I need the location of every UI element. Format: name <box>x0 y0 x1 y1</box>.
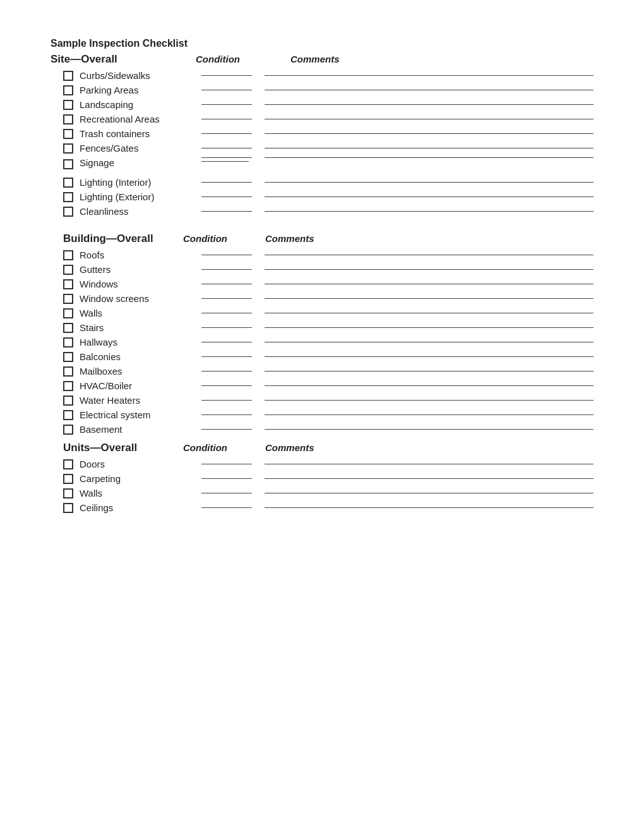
checkbox-electrical[interactable] <box>63 410 73 420</box>
spacer <box>51 224 593 233</box>
building-section-header: Building—Overall Condition Comments <box>51 233 593 245</box>
comments-line <box>265 429 593 430</box>
condition-line <box>201 196 252 197</box>
checkbox-window-screens[interactable] <box>63 294 73 304</box>
list-item: Doors <box>51 457 593 471</box>
checkbox-landscaping[interactable] <box>63 100 73 110</box>
condition-line <box>201 327 252 328</box>
condition-line <box>201 385 252 386</box>
item-label-lighting-interior: Lighting (Interior) <box>80 177 196 188</box>
condition-line <box>201 182 252 183</box>
checkbox-mailboxes[interactable] <box>63 366 73 377</box>
item-label-cleanliness: Cleanliness <box>80 206 196 217</box>
checkbox-lighting-exterior[interactable] <box>63 192 73 202</box>
item-label-landscaping: Landscaping <box>80 99 196 110</box>
units-section-title: Units—Overall <box>51 442 177 454</box>
checkbox-cleanliness[interactable] <box>63 207 73 217</box>
checkbox-ceilings[interactable] <box>63 503 73 513</box>
checkbox-lighting-interior[interactable] <box>63 178 73 188</box>
comments-line <box>265 385 593 386</box>
list-item: Mailboxes <box>51 364 593 378</box>
comments-line <box>265 298 593 299</box>
item-label-electrical: Electrical system <box>80 409 196 420</box>
condition-line <box>201 104 252 105</box>
comments-line <box>265 75 593 76</box>
comments-line <box>265 90 593 90</box>
checkbox-recreational[interactable] <box>63 114 73 124</box>
condition-line <box>201 478 252 479</box>
checkbox-water-heaters[interactable] <box>63 396 73 406</box>
condition-line <box>201 133 252 134</box>
condition-line <box>201 269 252 270</box>
item-label-roofs: Roofs <box>80 250 196 260</box>
comments-line <box>265 104 593 105</box>
checkbox-balconies[interactable] <box>63 352 73 362</box>
comments-line <box>265 284 593 284</box>
checkbox-roofs[interactable] <box>63 250 73 260</box>
site-condition-header: Condition <box>189 54 290 64</box>
list-item: Landscaping <box>51 97 593 112</box>
item-label-signage: Signage <box>80 157 196 168</box>
list-item: Curbs/Sidewalks <box>51 68 593 83</box>
list-item: Basement <box>51 422 593 437</box>
comments-line <box>265 313 593 313</box>
checkbox-hvac[interactable] <box>63 381 73 391</box>
checkbox-parking[interactable] <box>63 85 73 95</box>
condition-line <box>201 371 252 372</box>
item-label-walls-building: Walls <box>80 308 196 318</box>
condition-line <box>201 356 252 357</box>
units-comments-header: Comments <box>265 442 314 453</box>
comments-line <box>265 269 593 270</box>
condition-line <box>201 157 252 158</box>
item-label-curbs: Curbs/Sidewalks <box>80 70 196 81</box>
checkbox-trash[interactable] <box>63 129 73 139</box>
comments-line <box>265 182 593 183</box>
checkbox-fences[interactable] <box>63 143 73 154</box>
checkbox-signage[interactable] <box>63 159 73 169</box>
item-label-doors: Doors <box>80 459 196 469</box>
comments-line <box>265 464 593 464</box>
checkbox-hallways[interactable] <box>63 337 73 348</box>
site-comments-header: Comments <box>290 54 340 64</box>
list-item: Parking Areas <box>51 83 593 97</box>
section-units: Units—Overall Condition Comments Doors C… <box>51 442 593 515</box>
checkbox-doors[interactable] <box>63 459 73 469</box>
item-label-balconies: Balconies <box>80 351 196 362</box>
building-section-title: Building—Overall <box>51 233 177 245</box>
list-item: Fences/Gates <box>51 141 593 155</box>
condition-line <box>201 493 252 493</box>
checkbox-walls-building[interactable] <box>63 308 73 318</box>
list-item: Windows <box>51 277 593 291</box>
condition-line <box>201 414 252 415</box>
comments-line <box>265 400 593 401</box>
list-item: Walls <box>51 486 593 500</box>
condition-line <box>201 342 252 342</box>
item-label-lighting-exterior: Lighting (Exterior) <box>80 191 196 202</box>
site-section-header: Site—Overall Condition Comments <box>51 53 593 66</box>
checkbox-walls-units[interactable] <box>63 488 73 499</box>
condition-line <box>201 429 252 430</box>
list-item: Trash containers <box>51 126 593 141</box>
comments-line <box>265 255 593 255</box>
list-item: Hallways <box>51 335 593 349</box>
condition-line <box>201 313 252 313</box>
item-label-gutters: Gutters <box>80 264 196 275</box>
item-label-window-screens: Window screens <box>80 293 196 304</box>
checkbox-windows[interactable] <box>63 279 73 289</box>
condition-line <box>201 400 252 401</box>
comments-line <box>265 119 593 119</box>
checkbox-stairs[interactable] <box>63 323 73 333</box>
checkbox-basement[interactable] <box>63 425 73 435</box>
list-item: Ceilings <box>51 500 593 515</box>
item-label-parking: Parking Areas <box>80 85 196 95</box>
comments-line <box>265 133 593 134</box>
list-item: Walls <box>51 306 593 320</box>
page-title: Sample Inspection Checklist <box>51 38 593 49</box>
list-item: Cleanliness <box>51 204 593 219</box>
item-label-mailboxes: Mailboxes <box>80 366 196 377</box>
comments-line <box>265 148 593 148</box>
condition-line <box>201 464 252 464</box>
checkbox-gutters[interactable] <box>63 265 73 275</box>
checkbox-carpeting[interactable] <box>63 474 73 484</box>
checkbox-curbs[interactable] <box>63 71 73 81</box>
